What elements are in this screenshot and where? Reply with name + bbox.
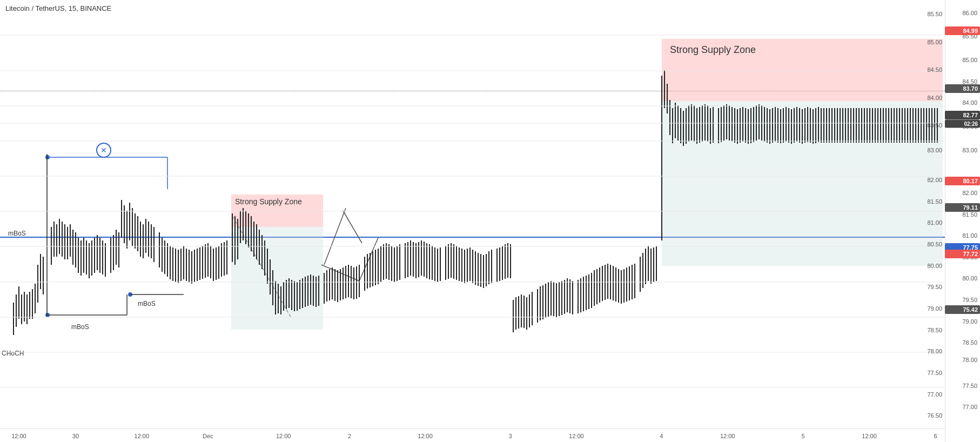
price-label-8450: 85.00: [927, 39, 942, 45]
time-label-1200-1: 12:00: [11, 433, 26, 439]
price-badge-8277: 82.77: [945, 111, 980, 119]
price-r-7850: 78.50: [962, 339, 977, 346]
time-label-1200-5: 12:00: [569, 433, 584, 439]
blue-dot-3: [128, 292, 132, 297]
price-r-7750: 77.50: [962, 383, 977, 389]
price-label-8150: 81.50: [927, 198, 942, 205]
svg-line-8: [343, 211, 362, 243]
time-label-1200-3: 12:00: [276, 433, 291, 439]
price-badge-7772: 77.72: [945, 250, 980, 258]
time-label-1200-6: 12:00: [720, 433, 735, 439]
time-label-1200-4: 12:00: [418, 433, 433, 439]
price-label-8050: 80.50: [927, 241, 942, 247]
mbos-label-2: mBoS: [138, 300, 156, 307]
price-label-7850: 78.50: [927, 327, 942, 333]
price-badge-8370: 83.70: [945, 84, 980, 93]
blue-dot-2: [45, 313, 50, 317]
svg-line-6: [359, 238, 378, 281]
main-chart: Strong Supply Zone Strong Supply Zone mB…: [0, 0, 945, 428]
time-labels-row: 12:00 30 12:00 Dec 12:00 2 12:00 3 12:00…: [0, 428, 945, 442]
price-label-8300: 83.00: [927, 147, 942, 153]
mbos-label-1: mBoS: [8, 230, 26, 237]
blue-dot-1: [45, 155, 50, 159]
price-label-8100: 81.00: [927, 219, 942, 226]
price-r-8100: 81.00: [962, 232, 977, 239]
right-price-axis: 86.00 85.50 85.00 84.50 84.00 83.50 83.0…: [945, 0, 980, 428]
mbos-label-3: mBoS: [71, 323, 89, 331]
time-label-5: 5: [802, 433, 805, 439]
price-badge-7911: 79.11: [945, 203, 980, 212]
price-label-7750: 77.50: [927, 370, 942, 376]
time-label-30: 30: [72, 433, 79, 439]
supply-zone-1-gray: [231, 227, 323, 330]
time-label-2: 2: [348, 433, 351, 439]
price-label-7800: 78.00: [927, 348, 942, 354]
price-labels-container: 85.50 85.00 84.50 84.00 83.50 83.00 82.0…: [910, 0, 945, 428]
time-label-1200-2: 12:00: [135, 433, 150, 439]
price-label-7700: 77.00: [927, 391, 942, 398]
supply-zone-2-label: Strong Supply Zone: [670, 44, 756, 56]
price-label-7950: 79.50: [927, 284, 942, 290]
circle-x-marker: ✕: [96, 143, 111, 158]
price-r-7700: 77.00: [962, 404, 977, 410]
price-badge-7542: 75.42: [945, 305, 980, 314]
price-r-8300: 83.00: [962, 147, 977, 153]
price-r-8000: 80.00: [962, 275, 977, 282]
price-r-7900: 79.00: [962, 318, 977, 325]
price-label-7650: 76.50: [927, 412, 942, 419]
price-label-7900: 79.00: [927, 305, 942, 312]
price-r-8200: 82.00: [962, 190, 977, 196]
time-label-1200-7: 12:00: [862, 433, 877, 439]
time-label-6: 6: [934, 433, 937, 439]
time-label-4: 4: [660, 433, 663, 439]
price-label-8550: 85.50: [927, 11, 942, 17]
price-label-8400: 84.50: [927, 66, 942, 73]
chart-container: Litecoin / TetherUS, 15, BINANCE USDT St…: [0, 0, 980, 442]
time-label-dec: Dec: [203, 433, 213, 439]
price-r-7800: 78.00: [962, 357, 977, 363]
svg-line-7: [321, 265, 359, 281]
price-label-8400b: 84.00: [927, 95, 942, 101]
price-badge-8017: 80.17: [945, 177, 980, 185]
price-r-8600: 86.00: [962, 10, 977, 16]
price-r-8500: 85.00: [962, 57, 977, 63]
supply-zone-1-label: Strong Supply Zone: [235, 197, 302, 206]
price-badge-8499: 84.99: [945, 26, 980, 35]
price-label-8200: 82.00: [927, 177, 942, 183]
price-badge-time: 02:26: [945, 120, 980, 128]
choch-label: CHoCH: [2, 350, 24, 357]
time-label-3: 3: [508, 433, 512, 439]
price-r-7950: 79.50: [962, 297, 977, 303]
price-label-8350: 83.50: [927, 122, 942, 129]
supply-zone-2-gray: [662, 101, 943, 266]
price-r-8400: 84.00: [962, 99, 977, 106]
price-label-8000: 80.00: [927, 263, 942, 269]
